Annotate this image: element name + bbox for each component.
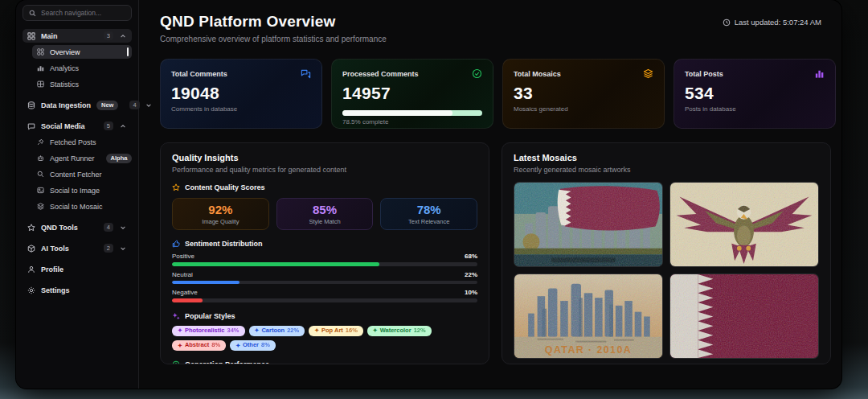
sidebar-group-qnd-tools[interactable]: QND Tools 4 [23,220,132,234]
mosaic-image-flag-skyline[interactable] [514,182,663,267]
progress-fill [342,110,452,116]
search-icon [29,10,36,17]
score-label: Style Match [309,218,340,225]
stat-card-total-posts[interactable]: Total Posts 534 Posts in database [674,59,836,129]
user-icon [27,265,35,274]
sparkle-icon: ✦ [314,327,319,334]
style-percent: 8% [211,342,220,348]
sparkles-icon [172,312,180,320]
style-percent: 22% [287,327,299,334]
sentiment-negative: Negative 10% [172,289,477,302]
stat-card-total-mosaics[interactable]: Total Mosaics 33 Mosaics generated [502,59,665,129]
mosaic-image-qatar-flag[interactable] [669,274,819,359]
sidebar-item-statistics[interactable]: Statistics [32,77,132,91]
sidebar-item-analytics[interactable]: Analytics [32,61,132,75]
sidebar-item-overview[interactable]: Overview [32,45,132,59]
count-badge: 2 [104,244,113,253]
sentiment-bar [172,262,477,266]
count-badge: 4 [104,223,113,232]
sidebar-item-settings[interactable]: Settings [23,283,132,297]
stat-value: 33 [514,84,653,103]
chevron-up-icon [119,123,127,130]
sentiment-label: Positive [172,253,194,260]
chevron-down-icon [119,224,127,231]
sidebar-group-social-media[interactable]: Social Media 5 [23,119,132,133]
style-name: Cartoon [261,327,285,334]
app-window: Main 3 Overview Analytics Statistics Dat… [16,0,841,389]
stat-label: Total Mosaics [514,70,561,78]
sentiment-percent: 68% [465,253,477,260]
score-label: Image Quality [202,218,239,225]
messages-icon [301,68,311,79]
group-label: Main [41,32,58,40]
count-badge: 4 [129,101,139,109]
stat-sub: Comments in database [171,105,311,113]
style-name: Pop Art [321,327,343,334]
style-badge-abstract: ✦Abstract8% [172,340,226,351]
score-card-style-match: 85% Style Match [276,198,374,230]
stat-card-total-comments[interactable]: Total Comments 19048 Comments in databas… [160,59,322,129]
pin-icon [37,138,44,146]
chevron-down-icon [119,245,127,252]
sidebar-group-ai-tools[interactable]: AI Tools 2 [23,241,132,255]
score-value: 92% [208,203,232,216]
style-name: Other [243,342,259,348]
style-badge-pop-art: ✦Pop Art16% [309,326,363,336]
table-icon [37,80,44,88]
count-badge: 5 [104,121,113,130]
panel-subtitle: Performance and quality metrics for gene… [172,166,477,174]
mosaic-image-skyline-2010[interactable]: QATAR · 2010A [514,274,663,359]
style-badge-other: ✦Other8% [230,340,276,351]
style-badge-watercolor: ✦Watercolor12% [367,326,432,336]
sidebar-item-agent-runner[interactable]: Agent Runner Alpha [32,151,132,165]
main-content: QND Platform Overview Comprehensive over… [139,0,841,389]
stat-sub: Posts in database [685,105,825,113]
section-title: Sentiment Distribution [185,240,263,248]
section-title: Popular Styles [185,312,235,320]
group-label: Data Ingestion [41,101,91,109]
sidebar-group-main[interactable]: Main 3 [23,29,132,43]
section-title: Generation Performance [185,360,269,364]
style-badges: ✦Photorealistic34% ✦Cartoon22% ✦Pop Art1… [172,326,477,352]
sentiment-bar-fill [172,262,379,266]
score-card-text-relevance: 78% Text Relevance [380,198,477,230]
chat-icon [27,122,35,130]
grid-icon [27,32,35,40]
sentiment-label: Negative [172,289,198,296]
sidebar-item-content-fetcher[interactable]: Content Fetcher [32,167,132,181]
style-percent: 12% [414,327,426,334]
stat-card-processed-comments[interactable]: Processed Comments 14957 78.5% complete [331,59,493,129]
bot-icon [37,154,44,162]
item-label: Content Fetcher [50,171,102,179]
sidebar-item-social-to-mosaic[interactable]: Social to Mosaic [32,200,132,213]
sidebar-item-fetched-posts[interactable]: Fetched Posts [32,135,132,149]
layers-icon [37,203,44,210]
search-icon [37,171,44,178]
bar-chart-icon [814,68,825,79]
clock-icon [172,360,180,364]
mosaic-image-falcon[interactable] [669,182,819,267]
sentiment-bar-fill [172,281,240,285]
layers-icon [643,68,653,79]
progress-bar [342,110,482,116]
sparkle-icon: ✦ [373,327,378,334]
panel-title: Quality Insights [172,153,477,162]
sidebar-search[interactable] [23,5,132,21]
search-input[interactable] [41,9,125,17]
sidebar-group-data-ingestion[interactable]: Data Ingestion New 4 [23,98,132,112]
stat-label: Processed Comments [342,70,419,78]
sidebar-item-social-to-image[interactable]: Social to Image [32,183,132,197]
item-label: Settings [41,286,70,294]
thumbs-up-icon [172,240,180,248]
sidebar-item-profile[interactable]: Profile [23,262,132,276]
sidebar: Main 3 Overview Analytics Statistics Dat… [16,0,139,389]
item-label: Agent Runner [50,154,95,162]
sentiment-label: Neutral [172,271,193,278]
chart-icon [37,64,44,72]
chevron-up-icon [119,33,127,39]
sparkle-icon: ✦ [235,343,240,349]
score-value: 78% [417,203,441,216]
package-icon [27,245,35,253]
star-icon [27,224,35,232]
stat-value: 19048 [171,84,311,103]
